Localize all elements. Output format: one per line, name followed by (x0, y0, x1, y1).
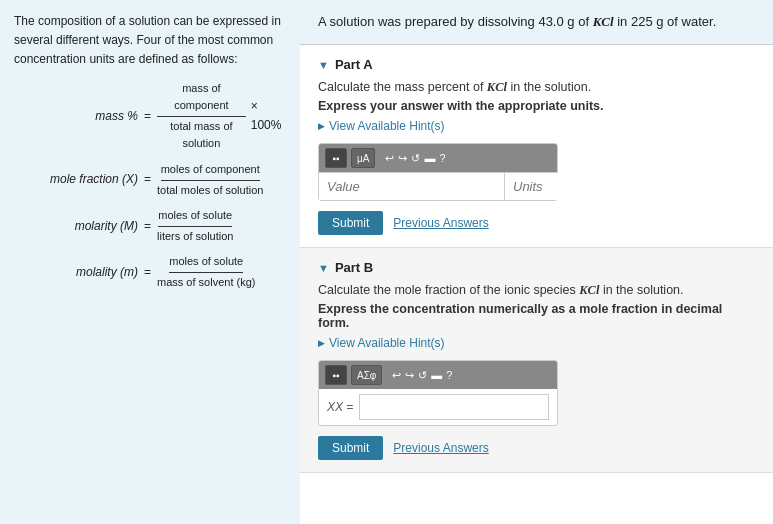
reset-icon[interactable]: ↺ (411, 152, 420, 165)
part-a-header: ▼ Part A (318, 57, 755, 72)
formula-label-molality: molality (m) (14, 263, 144, 282)
value-input[interactable] (319, 173, 505, 200)
formula-block: mass % = mass of component total mass of… (14, 80, 286, 292)
part-b-submit-button[interactable]: Submit (318, 436, 383, 460)
units-input[interactable] (505, 173, 690, 200)
part-b-compound: KCl (579, 283, 599, 297)
part-b-text-input[interactable] (359, 394, 549, 420)
part-b-section: ▼ Part B Calculate the mole fraction of … (300, 248, 773, 473)
fraction-molality: moles of solute mass of solvent (kg) (157, 253, 255, 291)
formula-row-mole-fraction: mole fraction (X) = moles of component t… (14, 161, 286, 199)
problem-text-after: in 225 g of water. (617, 14, 716, 29)
redo-b-icon[interactable]: ↪ (405, 369, 414, 382)
formula-row-mass: mass % = mass of component total mass of… (14, 80, 286, 153)
fraction-molarity: moles of solute liters of solution (157, 207, 233, 245)
formula-row-molarity: molarity (M) = moles of solute liters of… (14, 207, 286, 245)
part-a-input-row (319, 172, 557, 200)
part-b-previous-link[interactable]: Previous Answers (393, 441, 488, 455)
fraction-mole: moles of component total moles of soluti… (157, 161, 263, 199)
toolbar-b-btn-sigma[interactable]: ΑΣφ (351, 365, 382, 385)
intro-text: The composition of a solution can be exp… (14, 12, 286, 70)
part-b-input-row: XX = (319, 389, 557, 425)
part-a-action-row: Submit Previous Answers (318, 211, 755, 235)
part-a-previous-link[interactable]: Previous Answers (393, 216, 488, 230)
part-b-action-row: Submit Previous Answers (318, 436, 755, 460)
part-a-submit-button[interactable]: Submit (318, 211, 383, 235)
part-b-answer-box: ▪▪ ΑΣφ ↩ ↪ ↺ ▬ ? XX = (318, 360, 558, 426)
part-b-toolbar: ▪▪ ΑΣφ ↩ ↪ ↺ ▬ ? (319, 361, 557, 389)
keyboard-icon[interactable]: ▬ (424, 152, 435, 164)
formula-label-molarity: molarity (M) (14, 217, 144, 236)
part-a-toolbar: ▪▪ μA ↩ ↪ ↺ ▬ ? (319, 144, 557, 172)
part-a-hint-link[interactable]: View Available Hint(s) (318, 119, 445, 133)
part-a-compound: KCl (487, 80, 507, 94)
help-b-icon[interactable]: ? (446, 369, 452, 381)
keyboard-b-icon[interactable]: ▬ (431, 369, 442, 381)
part-b-hint-link[interactable]: View Available Hint(s) (318, 336, 445, 350)
part-b-title: Part B (335, 260, 373, 275)
part-a-bold-instruction: Express your answer with the appropriate… (318, 99, 755, 113)
part-a-toggle[interactable]: ▼ (318, 59, 329, 71)
problem-header: A solution was prepared by dissolving 43… (300, 0, 773, 45)
part-b-bold-instruction: Express the concentration numerically as… (318, 302, 755, 330)
part-a-answer-box: ▪▪ μA ↩ ↪ ↺ ▬ ? (318, 143, 558, 201)
eq-label: XX = (327, 400, 353, 414)
part-a-instruction: Calculate the mass percent of KCl in the… (318, 80, 755, 95)
fraction-mass: mass of component total mass of solution (157, 80, 246, 153)
toolbar-btn-grid[interactable]: ▪▪ (325, 148, 347, 168)
part-b-header: ▼ Part B (318, 260, 755, 275)
toolbar-btn-mu[interactable]: μA (351, 148, 375, 168)
part-a-title: Part A (335, 57, 373, 72)
right-panel: A solution was prepared by dissolving 43… (300, 0, 773, 524)
help-icon[interactable]: ? (439, 152, 445, 164)
redo-icon[interactable]: ↪ (398, 152, 407, 165)
part-b-toggle[interactable]: ▼ (318, 262, 329, 274)
formula-row-molality: molality (m) = moles of solute mass of s… (14, 253, 286, 291)
toolbar-b-btn-grid[interactable]: ▪▪ (325, 365, 347, 385)
part-b-instruction: Calculate the mole fraction of the ionic… (318, 283, 755, 298)
undo-b-icon[interactable]: ↩ (392, 369, 401, 382)
problem-compound: KCl (593, 14, 614, 29)
parts-container: ▼ Part A Calculate the mass percent of K… (300, 45, 773, 473)
left-panel: The composition of a solution can be exp… (0, 0, 300, 524)
formula-label-mass: mass % (14, 107, 144, 126)
problem-text-before: A solution was prepared by dissolving 43… (318, 14, 589, 29)
formula-label-mole-fraction: mole fraction (X) (14, 170, 144, 189)
undo-icon[interactable]: ↩ (385, 152, 394, 165)
part-a-section: ▼ Part A Calculate the mass percent of K… (300, 45, 773, 248)
reset-b-icon[interactable]: ↺ (418, 369, 427, 382)
